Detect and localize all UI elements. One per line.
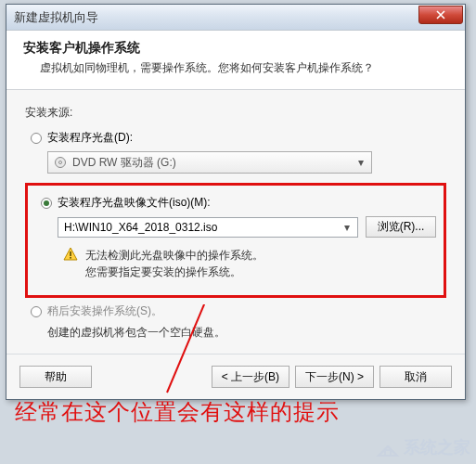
- warning-icon: [63, 247, 78, 262]
- radio-icon: [31, 306, 42, 317]
- watermark-text: 系统之家: [404, 436, 470, 458]
- close-icon: [436, 10, 445, 19]
- option-iso-highlight: 安装程序光盘映像文件(iso)(M): H:\WIN10_X64_2018_03…: [25, 183, 446, 298]
- wizard-content: 安装来源: 安装程序光盘(D): DVD RW 驱动器 (G:) ▾ 安装程序光…: [6, 90, 465, 354]
- next-button[interactable]: 下一步(N) >: [295, 366, 374, 388]
- disc-drive-text: DVD RW 驱动器 (G:): [72, 155, 353, 171]
- option-iso-label: 安装程序光盘映像文件(iso)(M):: [58, 195, 211, 211]
- wizard-header: 安装客户机操作系统 虚拟机如同物理机，需要操作系统。您将如何安装客户机操作系统？: [6, 31, 465, 90]
- browse-button[interactable]: 浏览(R)...: [366, 216, 436, 238]
- svg-rect-3: [70, 251, 71, 256]
- option-disc-radio-row[interactable]: 安装程序光盘(D):: [25, 130, 446, 146]
- watermark: 系统之家: [376, 436, 470, 458]
- wizard-footer: 帮助 < 上一步(B) 下一步(N) > 取消: [6, 354, 465, 399]
- install-source-label: 安装来源:: [25, 105, 446, 121]
- help-button[interactable]: 帮助: [19, 366, 92, 388]
- wizard-heading: 安装客户机操作系统: [23, 40, 448, 57]
- option-disc-group: 安装程序光盘(D): DVD RW 驱动器 (G:) ▾: [25, 130, 446, 174]
- warning-line-2: 您需要指定要安装的操作系统。: [85, 264, 264, 280]
- option-later-label: 稍后安装操作系统(S)。: [47, 303, 162, 319]
- chevron-down-icon: ▾: [339, 221, 355, 234]
- wizard-subheading: 虚拟机如同物理机，需要操作系统。您将如何安装客户机操作系统？: [23, 60, 448, 76]
- radio-icon-checked: [41, 198, 52, 209]
- option-later-hint: 创建的虚拟机将包含一个空白硬盘。: [47, 325, 446, 341]
- iso-warning: 无法检测此光盘映像中的操作系统。 您需要指定要安装的操作系统。: [63, 247, 436, 280]
- disc-drive-dropdown[interactable]: DVD RW 驱动器 (G:) ▾: [47, 151, 372, 174]
- option-iso-radio-row[interactable]: 安装程序光盘映像文件(iso)(M):: [35, 195, 436, 211]
- option-disc-label: 安装程序光盘(D):: [47, 130, 133, 146]
- radio-icon: [31, 133, 42, 144]
- window-title: 新建虚拟机向导: [14, 9, 98, 26]
- annotation-text: 经常在这个位置会有这样的提示: [15, 397, 340, 427]
- back-button[interactable]: < 上一步(B): [212, 366, 289, 388]
- option-later-group: 稍后安装操作系统(S)。 创建的虚拟机将包含一个空白硬盘。: [25, 303, 446, 341]
- iso-path-combo[interactable]: H:\WIN10_X64_2018_0312.iso ▾: [58, 217, 358, 238]
- close-button[interactable]: [418, 6, 463, 24]
- svg-point-1: [59, 161, 62, 164]
- warning-line-1: 无法检测此光盘映像中的操作系统。: [85, 247, 264, 264]
- option-later-radio-row[interactable]: 稍后安装操作系统(S)。: [25, 303, 446, 319]
- iso-path-text: H:\WIN10_X64_2018_0312.iso: [64, 221, 339, 234]
- disc-icon: [54, 156, 67, 169]
- titlebar[interactable]: 新建虚拟机向导: [6, 5, 465, 31]
- chevron-down-icon: ▾: [353, 156, 369, 169]
- wizard-window: 新建虚拟机向导 安装客户机操作系统 虚拟机如同物理机，需要操作系统。您将如何安装…: [6, 4, 466, 400]
- watermark-icon: [376, 437, 400, 458]
- cancel-button[interactable]: 取消: [380, 366, 452, 388]
- svg-rect-4: [70, 257, 71, 259]
